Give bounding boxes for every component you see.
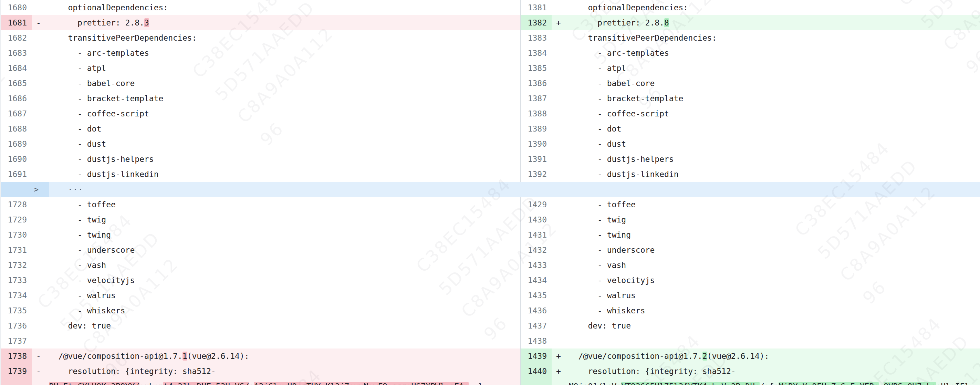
line-number-old[interactable]: 1734: [1, 288, 32, 303]
line-number-old[interactable]: [1, 379, 32, 385]
line-number-old[interactable]: 1688: [1, 121, 32, 136]
code-line: - toffee: [49, 197, 520, 212]
line-number-old[interactable]: 1738: [1, 348, 32, 364]
line-number-old[interactable]: 1691: [1, 167, 32, 182]
line-number-new[interactable]: [521, 379, 552, 385]
diff-cell-new: 1436 - whiskers: [520, 303, 980, 318]
line-number-old[interactable]: 1731: [1, 242, 32, 258]
line-number-old[interactable]: 1685: [1, 76, 32, 91]
line-number-new[interactable]: 1382: [521, 15, 552, 30]
diff-marker: [32, 60, 49, 76]
code-line: - dust: [49, 136, 520, 151]
diff-cell-old: 1735 - whiskers: [1, 303, 520, 318]
line-number-old[interactable]: 1739: [1, 364, 32, 379]
diff-cell-old: 1681- prettier: 2.8.3: [1, 15, 520, 30]
code-line: optionalDependencies:: [569, 0, 980, 15]
line-number-old[interactable]: 1683: [1, 45, 32, 60]
code-text: resolution: {integrity: sha512-: [569, 367, 736, 376]
line-number-new[interactable]: 1386: [521, 76, 552, 91]
code-line: - walrus: [49, 288, 520, 303]
diff-cell-old: 1686 - bracket-template: [1, 91, 520, 106]
line-number-new[interactable]: 1437: [521, 318, 552, 333]
diff-cell-new: 1431 - twing: [520, 227, 980, 242]
diff-cell-old: 1680 optionalDependencies:: [1, 0, 520, 15]
line-number-old[interactable]: 1689: [1, 136, 32, 151]
diff-cell-new: 1432 - underscore: [520, 242, 980, 258]
line-number-new[interactable]: 1389: [521, 121, 552, 136]
line-number-old[interactable]: 1682: [1, 30, 32, 45]
diff-cell-new: M9j+Q1/l+V+VT92665Ul75l2fVTK4+b+V+2R+DU+…: [520, 379, 980, 385]
line-number-new[interactable]: 1434: [521, 273, 552, 288]
line-number-new[interactable]: 1436: [521, 303, 552, 318]
line-number-new[interactable]: 1383: [521, 30, 552, 45]
diff-cell-new: 1440+ resolution: {integrity: sha512-: [520, 364, 980, 379]
code-text: (vue@2.6.14):: [707, 352, 769, 361]
code-line: - dustjs-linkedin: [569, 167, 980, 182]
diff-cell-new: 1388 - coffee-script: [520, 106, 980, 121]
diff-row: 1684 - atpl1385 - atpl: [1, 60, 980, 76]
diff-marker: [552, 76, 569, 91]
line-number-new[interactable]: 1388: [521, 106, 552, 121]
line-number-new[interactable]: 1392: [521, 167, 552, 182]
code-text: - babel-core: [49, 79, 135, 88]
line-number-old[interactable]: 1729: [1, 212, 32, 227]
diff-cell-new: 1437 dev: true: [520, 318, 980, 333]
line-number-old[interactable]: 1733: [1, 273, 32, 288]
line-number-new[interactable]: 1431: [521, 227, 552, 242]
expand-button[interactable]: >: [1, 182, 49, 197]
line-number-new[interactable]: 1430: [521, 212, 552, 227]
line-number-old[interactable]: 1736: [1, 318, 32, 333]
line-number-old[interactable]: 1737: [1, 333, 32, 348]
code-line: - whiskers: [49, 303, 520, 318]
line-number-old[interactable]: 1681: [1, 15, 32, 30]
diff-marker: [552, 303, 569, 318]
diff-marker: [552, 318, 569, 333]
diff-marker: [552, 273, 569, 288]
line-number-new[interactable]: 1390: [521, 136, 552, 151]
line-number-old[interactable]: 1684: [1, 60, 32, 76]
line-number-new[interactable]: 1435: [521, 288, 552, 303]
code-line: resolution: {integrity: sha512-: [49, 364, 520, 379]
code-line: - twig: [569, 212, 980, 227]
line-number-new[interactable]: 1438: [521, 333, 552, 348]
code-line: /@vue/composition-api@1.7.2(vue@2.6.14):: [569, 348, 980, 364]
line-number-old[interactable]: 1687: [1, 106, 32, 121]
code-text: - dust: [49, 140, 106, 148]
line-number-new[interactable]: 1440: [521, 364, 552, 379]
code-line: - dot: [49, 121, 520, 136]
line-number-new[interactable]: 1432: [521, 242, 552, 258]
diff-cell-old: 1688 - dot: [1, 121, 520, 136]
code-line: - bracket-template: [569, 91, 980, 106]
code-text: - vash: [569, 261, 626, 270]
diff-row: 1731 - underscore1432 - underscore: [1, 242, 980, 258]
line-number-new[interactable]: 1391: [521, 151, 552, 167]
line-number-old[interactable]: 1732: [1, 258, 32, 273]
code-text: - underscore: [49, 245, 135, 255]
diff-marker: [552, 45, 569, 60]
diff-marker: [32, 121, 49, 136]
line-number-new[interactable]: 1385: [521, 60, 552, 76]
diff-row: 1736 dev: true1437 dev: true: [1, 318, 980, 333]
line-number-new[interactable]: 1433: [521, 258, 552, 273]
code-text: +Ul+IFl: [936, 382, 969, 385]
line-number-new[interactable]: 1439: [521, 348, 552, 364]
line-number-old[interactable]: 1728: [1, 197, 32, 212]
line-number-new[interactable]: 1381: [521, 0, 552, 15]
line-number-new[interactable]: 1429: [521, 197, 552, 212]
line-number-old[interactable]: 1735: [1, 303, 32, 318]
line-number-new[interactable]: 1384: [521, 45, 552, 60]
code-line: - atpl: [49, 60, 520, 76]
code-line: - velocityjs: [569, 273, 980, 288]
diff-marker: [32, 333, 49, 348]
code-text: - whiskers: [49, 306, 125, 315]
code-text: transitivePeerDependencies:: [49, 33, 197, 42]
code-text: - velocityjs: [49, 276, 135, 285]
line-number-old[interactable]: 1686: [1, 91, 32, 106]
line-number-old[interactable]: 1690: [1, 151, 32, 167]
diff-marker: [552, 136, 569, 151]
line-number-new[interactable]: 1387: [521, 91, 552, 106]
line-number-old[interactable]: 1680: [1, 0, 32, 15]
diff-cell-old: 1728 - toffee: [1, 197, 520, 212]
code-line: - bracket-template: [49, 91, 520, 106]
line-number-old[interactable]: 1730: [1, 227, 32, 242]
